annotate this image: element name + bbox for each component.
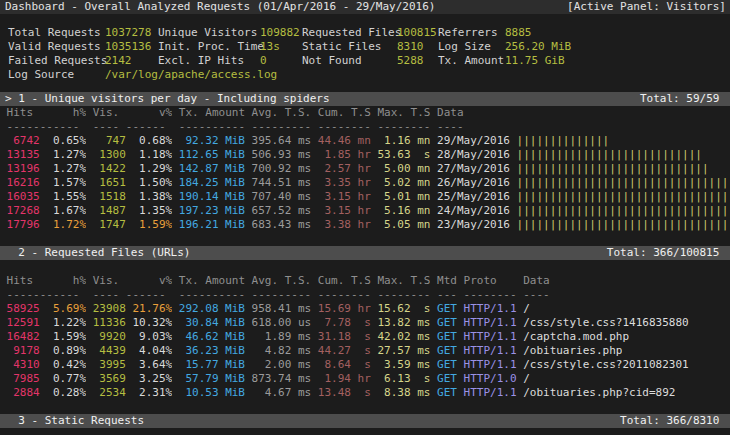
summary-label: Referrers [438, 26, 498, 40]
tx-amount-cell: 46.62 MiB [172, 330, 245, 344]
column-header: Mtd [430, 274, 457, 288]
tx-amount-cell: 57.79 MiB [172, 372, 245, 386]
ascii-bar-chart: ||||||||||||||||||||||||||||||||||||||| [510, 218, 730, 232]
protocol-cell: HTTP/1.1 [457, 330, 517, 344]
hits-percent-cell: 0.89% [40, 344, 86, 358]
table-row[interactable]: 162161.57%16511.50%184.25 MiB744.51 ms3.… [0, 176, 730, 190]
visitors-percent-cell: 3.25% [126, 372, 172, 386]
cum-ts-cell: 8.64 s [311, 358, 371, 372]
method-cell: GET [430, 316, 457, 330]
summary-row: Log Source/var/log/apache/access.log [0, 68, 730, 82]
hits-percent-cell: 1.55% [40, 190, 86, 204]
visitors-cell: 23908 [86, 302, 126, 316]
avg-ts-cell: 707.40 ms [245, 190, 311, 204]
tx-amount-cell: 36.23 MiB [172, 344, 245, 358]
column-header: Hits [0, 274, 40, 288]
goaccess-dashboard: Dashboard - Overall Analyzed Requests (0… [0, 0, 730, 435]
column-header-row: Hitsh% Vis.v% Tx. Amount Avg. T.S. Cum. … [0, 274, 730, 288]
ascii-bar-chart: ||||||||||||||||||||||||||||||||||| [510, 176, 730, 190]
cum-ts-cell: 7.78 s [311, 316, 371, 330]
table-row[interactable]: 177961.72%17471.59%196.21 MiB683.43 ms3.… [0, 218, 730, 232]
summary-label: Excl. IP Hits [158, 54, 244, 68]
max-ts-cell: 27.57 ms [371, 344, 431, 358]
panel-title: 2 - Requested Files (URLs) [5, 246, 190, 260]
date-cell: 25/May/2016 [430, 190, 509, 204]
table-row[interactable]: 43100.42%39953.64%15.77 MiB2.00 ms8.64 s… [0, 358, 730, 372]
tx-amount-cell: 184.25 MiB [172, 176, 245, 190]
panel-title: > 1 - Unique visitors per day - Includin… [5, 92, 330, 106]
table-row[interactable]: 28840.28%25342.31%10.53 MiB4.67 ms13.48 … [0, 386, 730, 400]
avg-ts-cell: 958.41 ms [245, 302, 311, 316]
tx-amount-cell: 142.87 MiB [172, 162, 245, 176]
visitors-cell: 1747 [86, 218, 126, 232]
column-header: Max. T.S. [371, 274, 431, 288]
hits-percent-cell: 1.57% [40, 176, 86, 190]
title-text: Dashboard - Overall Analyzed Requests (0… [5, 0, 435, 14]
visitors-percent-cell: 1.29% [126, 162, 172, 176]
panel-header-requested_files[interactable]: 2 - Requested Files (URLs)Total: 366/100… [0, 246, 730, 260]
divider: ---------- [172, 288, 245, 302]
max-ts-cell: 5.02 mn [371, 176, 431, 190]
summary-label: Log Size [438, 40, 491, 54]
url-cell: / [517, 372, 530, 386]
visitors-percent-cell: 1.50% [126, 176, 172, 190]
summary-value: 109882 [260, 26, 300, 40]
protocol-cell: HTTP/1.1 [457, 316, 517, 330]
summary-section: Total Requests1037278Unique Visitors1098… [0, 26, 730, 82]
url-cell: /obituaries.php?cid=892 [517, 386, 676, 400]
url-cell: /css/style.css?2011082301 [517, 358, 689, 372]
divider: ------ [40, 288, 86, 302]
table-row[interactable]: 589255.69%2390821.76%292.08 MiB958.41 ms… [0, 302, 730, 316]
visitors-cell: 11336 [86, 316, 126, 330]
table-row[interactable]: 67420.65%7470.68%92.32 MiB395.64 ms44.46… [0, 134, 730, 148]
max-ts-cell: 5.01 mn [371, 190, 431, 204]
table-row[interactable]: 91780.89%44394.04%36.23 MiB4.82 ms44.27 … [0, 344, 730, 358]
hits-cell: 16035 [0, 190, 40, 204]
divider: ---- [517, 288, 550, 302]
max-ts-cell: 5.05 mn [371, 218, 431, 232]
divider: -------- [371, 288, 431, 302]
table-row[interactable]: 131961.27%14221.29%142.87 MiB700.92 ms2.… [0, 162, 730, 176]
spacer [0, 232, 730, 246]
divider: ---- [430, 120, 463, 134]
avg-ts-cell: 4.82 ms [245, 344, 311, 358]
table-row[interactable]: 160351.55%15181.38%190.14 MiB707.40 ms3.… [0, 190, 730, 204]
table-row[interactable]: 125911.22%1133610.32%30.84 MiB618.00 us7… [0, 316, 730, 330]
summary-label: Failed Requests [8, 54, 107, 68]
divider: ---------- [172, 120, 245, 134]
table-row[interactable]: 131351.27%13001.18%112.65 MiB506.93 ms1.… [0, 148, 730, 162]
tx-amount-cell: 292.08 MiB [172, 302, 245, 316]
tx-amount-cell: 92.32 MiB [172, 134, 245, 148]
summary-value: 1035136 [105, 40, 151, 54]
column-header: Proto [457, 274, 517, 288]
hits-percent-cell: 0.77% [40, 372, 86, 386]
tx-amount-cell: 197.23 MiB [172, 204, 245, 218]
panel-header-static_requests[interactable]: 3 - Static RequestsTotal: 366/8310 [0, 414, 730, 428]
divider: -------- [371, 120, 431, 134]
max-ts-cell: 15.62 s [371, 302, 431, 316]
cum-ts-cell: 2.57 hr [311, 162, 371, 176]
hits-cell: 12591 [0, 316, 40, 330]
summary-value: 13s [260, 40, 280, 54]
divider: -------- [457, 288, 517, 302]
hits-cell: 58925 [0, 302, 40, 316]
ascii-bar-chart: |||||||||||||||||||||||||||||||||| [510, 190, 730, 204]
table-row[interactable]: 79850.77%35693.25%57.79 MiB873.74 ms1.94… [0, 372, 730, 386]
divider: --------- [245, 288, 311, 302]
visitors-cell: 1518 [86, 190, 126, 204]
url-cell: /css/style.css?1416835880 [517, 316, 689, 330]
method-cell: GET [430, 386, 457, 400]
summary-value: 11.75 GiB [505, 54, 565, 68]
divider: ------ [40, 120, 86, 134]
panel-header-visitors[interactable]: > 1 - Unique visitors per day - Includin… [0, 92, 730, 106]
table-row[interactable]: 172681.67%14871.35%197.23 MiB657.52 ms3.… [0, 204, 730, 218]
summary-value: 256.20 MiB [505, 40, 571, 54]
visitors-percent-cell: 3.64% [126, 358, 172, 372]
spacer [0, 400, 730, 414]
max-ts-cell: 8.38 ms [371, 386, 431, 400]
divider: ------ [126, 120, 172, 134]
hits-percent-cell: 5.69% [40, 302, 86, 316]
table-row[interactable]: 164821.59%99209.03%46.62 MiB1.89 ms31.18… [0, 330, 730, 344]
protocol-cell: HTTP/1.1 [457, 358, 517, 372]
hits-percent-cell: 0.65% [40, 134, 86, 148]
